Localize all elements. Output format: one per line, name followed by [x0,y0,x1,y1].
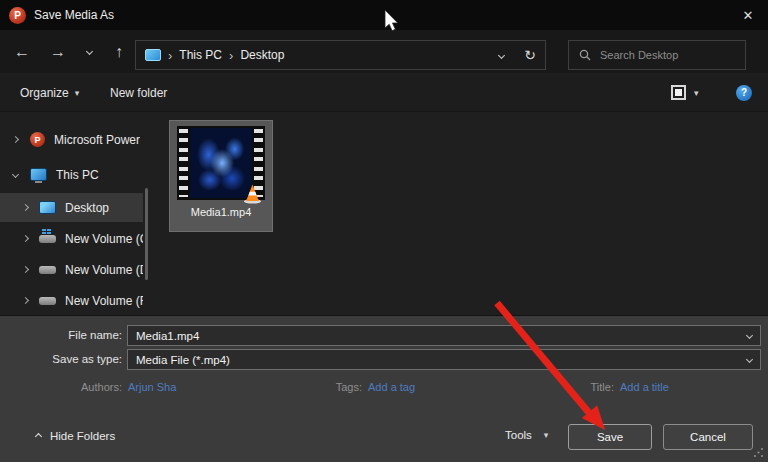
dialog-body: P Microsoft Power This PC Desktop New Vo… [0,112,768,315]
cancel-button[interactable]: Cancel [663,424,753,450]
breadcrumb-separator: › [229,48,233,63]
breadcrumb-this-pc[interactable]: This PC [179,48,222,62]
tags-add-link[interactable]: Add a tag [368,381,415,393]
title-add-link[interactable]: Add a title [620,381,669,393]
system-drive-icon [39,235,56,243]
sidebar-item-new-volume-f[interactable]: New Volume (F [0,286,143,315]
chevron-right-icon [12,136,19,143]
sidebar-item-this-pc[interactable]: This PC [0,160,143,189]
sidebar-item-new-volume-d[interactable]: New Volume (D [0,255,143,284]
resize-grip[interactable] [753,447,764,458]
close-icon[interactable]: ✕ [738,6,758,24]
search-placeholder: Search Desktop [600,49,678,61]
back-icon[interactable]: ← [10,30,34,73]
filmstrip-left [179,129,188,197]
chevron-right-icon [22,235,29,242]
view-options-button[interactable]: ▾ [671,73,699,112]
chevron-down-icon: ▾ [75,88,80,98]
chevron-down-icon [12,171,19,178]
address-bar[interactable]: › This PC › Desktop ↻ [135,40,546,70]
breadcrumb-desktop[interactable]: Desktop [240,48,284,62]
help-icon: ? [736,85,752,101]
save-button[interactable]: Save [568,424,652,450]
drive-icon [39,297,56,305]
chevron-right-icon [22,204,29,211]
tags-label: Tags: [250,381,362,393]
this-pc-icon [145,49,161,61]
search-box[interactable]: Search Desktop [568,40,746,70]
chevron-down-icon [746,356,753,363]
forward-icon[interactable]: → [46,30,70,73]
help-button[interactable]: ? [736,73,752,112]
desktop-icon [39,201,56,214]
chevron-down-icon: ▾ [694,88,699,98]
refresh-icon[interactable]: ↻ [524,47,536,63]
sidebar-item-desktop[interactable]: Desktop [0,193,143,222]
new-folder-button[interactable]: New folder [110,73,167,112]
powerpoint-app-icon: P [9,7,26,24]
save-as-type-field-label: Save as type: [0,353,122,365]
save-as-type-select[interactable]: Media File (*.mp4) [127,349,761,370]
video-thumbnail [177,126,265,200]
chevron-right-icon [22,297,29,304]
search-icon [579,49,591,61]
chevron-down-icon [746,332,753,339]
chevron-right-icon [22,266,29,273]
sidebar-item-new-volume-c[interactable]: New Volume (C [0,224,143,253]
view-icon [671,85,686,100]
sidebar-item-microsoft-powerpoint[interactable]: P Microsoft Power [0,125,143,154]
organize-button[interactable]: Organize ▾ [20,73,79,112]
title-bar: P Save Media As ✕ [0,0,768,30]
window-title: Save Media As [34,8,114,22]
this-pc-icon [30,168,47,181]
recent-locations-icon[interactable] [79,30,99,73]
breadcrumb-separator: › [168,48,172,63]
vlc-cone-icon [243,183,262,204]
powerpoint-icon: P [30,132,45,147]
address-dropdown-icon[interactable] [498,51,505,58]
authors-value[interactable]: Arjun Sha [128,381,176,393]
file-tile-media1[interactable]: Media1.mp4 [169,120,273,232]
drive-icon [39,266,56,274]
file-name-label: Media1.mp4 [170,206,272,218]
sidebar-scrollbar[interactable] [145,188,148,280]
chevron-down-icon: ▾ [544,430,549,440]
hide-folders-button[interactable]: Hide Folders [36,430,115,442]
file-name-field-label: File name: [0,329,122,341]
toolbar: Organize ▾ New folder ▾ ? [0,73,768,112]
title-label: Title: [502,381,614,393]
save-media-as-dialog: P Save Media As ✕ ← → ↑ › This PC › Desk… [0,0,768,462]
navigation-bar: ← → ↑ › This PC › Desktop ↻ Search Deskt… [0,30,768,73]
tools-button[interactable]: Tools ▾ [505,429,548,441]
chevron-up-icon [35,432,42,439]
authors-label: Authors: [0,381,122,393]
file-name-input[interactable]: Media1.mp4 [127,325,761,346]
up-icon[interactable]: ↑ [106,30,132,73]
